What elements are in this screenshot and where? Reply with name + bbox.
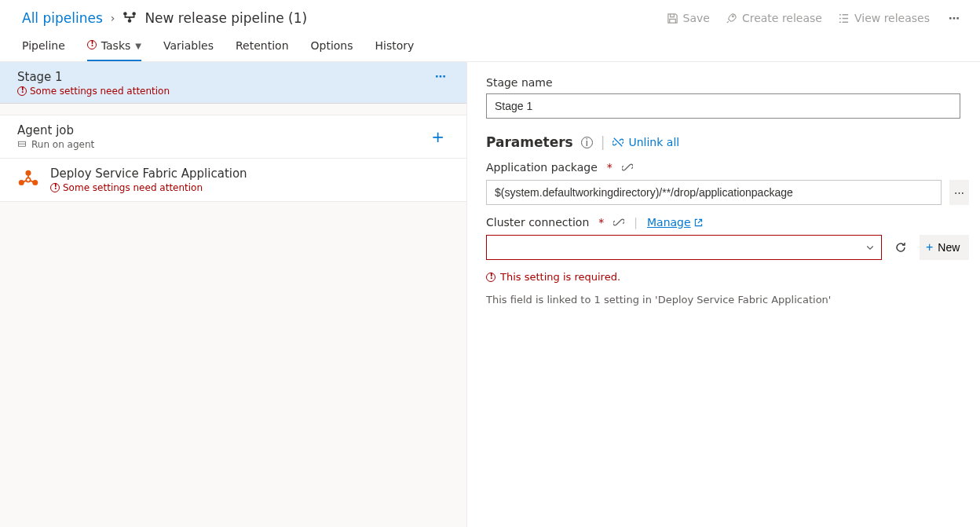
tab-history-label: History (375, 39, 415, 52)
chevron-down-icon (865, 243, 875, 252)
save-icon (667, 13, 678, 24)
cluster-connection-select[interactable] (486, 235, 882, 260)
cluster-hint-message: This field is linked to 1 setting in 'De… (486, 294, 961, 306)
tab-pipeline-label: Pipeline (22, 39, 65, 52)
svg-point-5 (19, 180, 24, 185)
chevron-right-icon: › (111, 12, 115, 24)
stage-more-button[interactable]: ⋯ (435, 70, 454, 82)
info-icon[interactable]: i (581, 137, 593, 148)
cluster-error-message: This setting is required. (486, 271, 961, 283)
svg-point-1 (133, 12, 137, 16)
stage-name: Stage 1 (17, 70, 170, 84)
right-panel: Stage name Parameters i | Unlink all App… (467, 62, 980, 527)
cluster-label-row: Cluster connection * | Manage (486, 216, 961, 229)
agent-job-sub-text: Run on agent (31, 139, 94, 150)
svg-point-0 (124, 12, 128, 16)
left-panel: Stage 1 Some settings need attention ⋯ A… (0, 62, 467, 527)
cluster-connection-label: Cluster connection (486, 216, 589, 229)
warning-icon (486, 273, 495, 282)
svg-point-4 (26, 170, 31, 176)
stage-name-label: Stage name (486, 76, 961, 89)
task-warning: Some settings need attention (50, 182, 247, 193)
task-warning-text: Some settings need attention (63, 182, 203, 193)
svg-point-7 (26, 177, 30, 181)
external-link-icon (694, 218, 703, 227)
refresh-icon (894, 241, 907, 254)
app-package-label: Application package (486, 161, 598, 174)
more-menu-button[interactable]: ⋯ (945, 12, 964, 24)
parameters-heading: Parameters i | Unlink all (486, 134, 961, 150)
tab-bar: Pipeline Tasks ▼ Variables Retention Opt… (0, 30, 980, 62)
stage-warning: Some settings need attention (17, 86, 170, 97)
refresh-button[interactable] (890, 235, 912, 260)
stage-header-row[interactable]: Stage 1 Some settings need attention ⋯ (0, 62, 466, 104)
new-connection-button[interactable]: + New (920, 235, 969, 260)
tab-variables[interactable]: Variables (163, 39, 214, 61)
agent-job-title: Agent job (17, 123, 94, 137)
agent-job-sub: Run on agent (17, 139, 94, 150)
manage-label: Manage (647, 216, 691, 229)
create-release-label: Create release (742, 12, 822, 24)
warning-icon (50, 183, 60, 192)
save-button[interactable]: Save (667, 12, 710, 24)
unlink-icon (612, 137, 623, 148)
pipeline-title: New release pipeline (1) (144, 10, 307, 26)
app-package-label-row: Application package * (486, 161, 961, 174)
tab-retention-label: Retention (236, 39, 289, 52)
parameters-title-text: Parameters (486, 134, 573, 150)
task-title: Deploy Service Fabric Application (50, 167, 247, 181)
stage-warning-text: Some settings need attention (30, 86, 170, 97)
body-split: Stage 1 Some settings need attention ⋯ A… (0, 62, 980, 527)
svg-point-6 (32, 180, 38, 185)
view-releases-button[interactable]: View releases (838, 12, 930, 24)
service-fabric-icon (17, 169, 39, 191)
tab-pipeline[interactable]: Pipeline (22, 39, 65, 61)
tab-tasks-label: Tasks (101, 39, 131, 52)
tab-variables-label: Variables (163, 39, 214, 52)
new-button-label: New (938, 241, 960, 254)
task-deploy-sf-row[interactable]: Deploy Service Fabric Application Some s… (0, 159, 466, 202)
warning-icon (17, 86, 27, 96)
rocket-icon (726, 13, 737, 24)
unlink-all-link[interactable]: Unlink all (612, 136, 679, 148)
agent-icon (17, 140, 27, 149)
pipeline-icon (122, 11, 137, 25)
link-icon[interactable] (622, 162, 633, 173)
chevron-down-icon: ▼ (135, 42, 141, 50)
manage-link[interactable]: Manage (647, 216, 703, 229)
stage-name-input[interactable] (486, 93, 960, 119)
cluster-connection-row: + New (486, 235, 961, 260)
save-label: Save (683, 12, 710, 24)
header-actions: Save Create release View releases ⋯ (667, 12, 964, 24)
app-package-input[interactable] (486, 180, 942, 205)
tab-options-label: Options (311, 39, 353, 52)
warning-icon (87, 39, 97, 52)
app-package-more-button[interactable]: ⋯ (949, 180, 969, 205)
tab-tasks[interactable]: Tasks ▼ (87, 39, 141, 61)
agent-job-row[interactable]: Agent job Run on agent + (0, 115, 466, 159)
cluster-error-text: This setting is required. (500, 271, 620, 283)
tab-options[interactable]: Options (311, 39, 353, 61)
view-releases-label: View releases (854, 12, 930, 24)
svg-point-2 (128, 19, 132, 23)
add-task-button[interactable]: + (431, 127, 454, 146)
tab-history[interactable]: History (375, 39, 415, 61)
tab-retention[interactable]: Retention (236, 39, 289, 61)
unlink-all-label: Unlink all (628, 136, 679, 148)
link-icon[interactable] (613, 217, 624, 228)
plus-icon: + (926, 240, 933, 254)
breadcrumb: All pipelines › New release pipeline (1) (22, 10, 307, 26)
header-bar: All pipelines › New release pipeline (1)… (0, 0, 980, 30)
create-release-button[interactable]: Create release (726, 12, 822, 24)
app-package-row: ⋯ (486, 180, 961, 205)
list-icon (838, 13, 850, 24)
breadcrumb-root-link[interactable]: All pipelines (22, 10, 103, 26)
